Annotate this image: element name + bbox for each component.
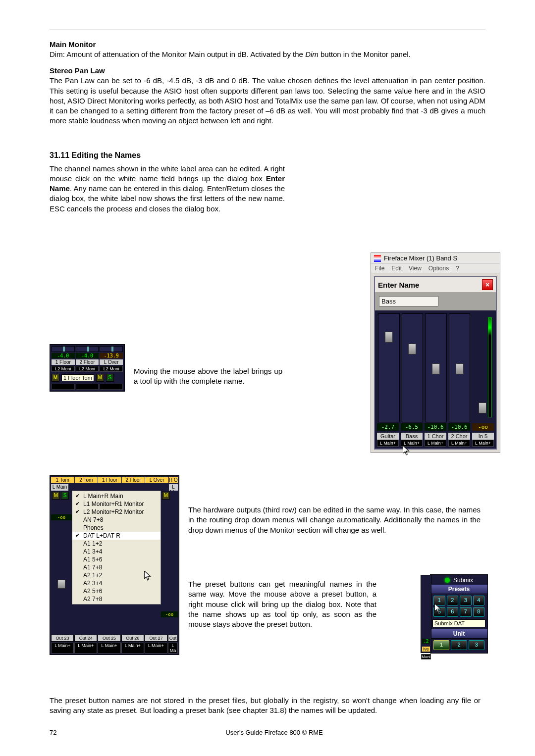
app-icon xyxy=(374,255,381,262)
preset-button-3[interactable]: 3 xyxy=(460,596,472,605)
mixer-channels xyxy=(375,310,496,422)
menu-edit[interactable]: Edit xyxy=(391,265,402,272)
mute-button[interactable]: M xyxy=(162,492,170,500)
channel-name[interactable]: L Over xyxy=(100,359,123,365)
mute-button[interactable]: M xyxy=(96,374,104,382)
name-input[interactable] xyxy=(379,296,438,306)
preset-button-5[interactable]: 5 xyxy=(433,607,445,617)
routing-menu-item[interactable]: L2 Monitor+R2 Monitor xyxy=(72,508,160,516)
mute-button[interactable]: M xyxy=(52,374,59,382)
db-value: -4.0 xyxy=(76,353,99,358)
para-presets: The preset buttons can get meaningful na… xyxy=(188,579,376,629)
preset-button-8[interactable]: 8 xyxy=(473,607,485,617)
channel-strip[interactable] xyxy=(472,313,493,422)
routing-label[interactable]: L Main+ xyxy=(472,440,494,447)
routing-label[interactable]: L Main+ xyxy=(145,643,167,654)
output-label[interactable]: Out 23 xyxy=(51,635,74,642)
channel-name[interactable]: 1 Floor xyxy=(52,359,75,365)
output-label[interactable]: Out xyxy=(168,635,178,642)
output-label[interactable]: Out 25 xyxy=(98,635,120,642)
unit-button-2[interactable]: 2 xyxy=(451,640,467,650)
fader-slot[interactable] xyxy=(76,384,99,390)
routing-menu-item[interactable]: A1 7+8 xyxy=(72,563,160,571)
routing-menu-item[interactable]: A1 3+4 xyxy=(72,548,160,555)
routing-label[interactable]: L2 Moni xyxy=(76,366,99,372)
fader-slot[interactable] xyxy=(52,384,75,390)
routing-label[interactable]: L Main+ xyxy=(448,440,470,447)
routing-menu-item[interactable]: A2 5+6 xyxy=(72,587,160,595)
menu-options[interactable]: Options xyxy=(428,265,449,272)
routing-label[interactable]: L2 Moni xyxy=(52,366,75,372)
fader-handle[interactable] xyxy=(385,332,393,343)
unit-button-1[interactable]: 1 xyxy=(433,640,449,650)
routing-menu-item[interactable]: L Main+R Main xyxy=(72,492,160,500)
routing-label[interactable]: L Ma xyxy=(168,643,178,654)
solo-button[interactable]: S xyxy=(106,374,114,382)
unit-button-3[interactable]: 3 xyxy=(469,640,484,650)
routing-menu-item[interactable]: A2 7+8 xyxy=(72,595,160,603)
routing-menu-item[interactable]: L1 Monitor+R1 Monitor xyxy=(72,500,160,508)
routing-label[interactable]: L2 Moni xyxy=(100,366,123,372)
channel-name[interactable]: 2 Chor xyxy=(448,433,470,440)
channel-label: 2 Floor xyxy=(122,477,145,483)
pan-slider[interactable] xyxy=(100,346,123,352)
channel-name[interactable]: 1 Chor xyxy=(425,433,446,440)
dim-pre: Dim: Amount of attenuation of the Monito… xyxy=(50,50,305,58)
channel-strip[interactable] xyxy=(449,313,471,422)
routing-menu-item[interactable]: A1 5+6 xyxy=(72,555,160,563)
preset-button-4[interactable]: 4 xyxy=(473,596,485,605)
fader-handle[interactable] xyxy=(57,580,65,589)
routing-label[interactable]: L Main+ xyxy=(425,440,446,447)
routing-label[interactable]: Moni xyxy=(421,654,431,659)
routing-label[interactable]: L Main+ xyxy=(401,440,423,447)
output-label[interactable]: Out 24 xyxy=(74,635,97,642)
solo-button[interactable]: S xyxy=(61,492,69,500)
routing-dropdown[interactable]: L Main+R MainL1 Monitor+R1 MonitorL2 Mon… xyxy=(72,491,161,605)
submix-label[interactable]: Submix xyxy=(453,577,473,584)
routing-label[interactable]: L Main+ xyxy=(74,643,97,654)
side-channel: M -oo xyxy=(161,491,178,629)
close-icon[interactable]: × xyxy=(482,279,493,290)
fader-handle[interactable] xyxy=(432,363,440,374)
menu-file[interactable]: File xyxy=(375,265,384,272)
routing-menu-item[interactable]: A1 1+2 xyxy=(72,540,160,548)
unit-heading: Unit xyxy=(430,629,487,639)
menu-view[interactable]: View xyxy=(409,265,422,272)
preset-button-6[interactable]: 6 xyxy=(447,607,459,617)
channel-name[interactable]: Bass xyxy=(401,433,423,440)
footer-text: User's Guide Fireface 800 © RME xyxy=(71,729,478,736)
fader-handle[interactable] xyxy=(408,344,416,354)
routing-label[interactable]: L Main+ xyxy=(121,643,144,654)
channel-strip[interactable] xyxy=(425,313,447,422)
mute-button[interactable]: M xyxy=(52,492,60,500)
db-value: -oo xyxy=(472,423,494,431)
routing-label[interactable]: L Main+ xyxy=(51,643,74,654)
channel-name[interactable]: ive xyxy=(422,647,430,652)
routing-menu-item[interactable]: Phones xyxy=(72,524,160,532)
routing-menu-item[interactable]: AN 7+8 xyxy=(72,516,160,524)
preset-button-1[interactable]: 1 xyxy=(433,596,445,605)
preset-button-7[interactable]: 7 xyxy=(460,607,472,617)
channel-name[interactable]: Guitar xyxy=(377,433,399,440)
fader-handle[interactable] xyxy=(456,363,464,374)
channel-strip[interactable] xyxy=(402,313,424,422)
fader-slot[interactable] xyxy=(100,384,123,390)
para-editing-names: The channel names shown in the white lab… xyxy=(50,164,285,214)
pan-slider[interactable] xyxy=(52,346,75,352)
tooltip-text: Submix DAT xyxy=(432,619,485,627)
tooltip-text: 1 Floor Tom xyxy=(61,374,94,381)
channel-name[interactable]: In 5 xyxy=(472,433,494,440)
output-label[interactable]: Out 27 xyxy=(145,635,167,642)
routing-menu-item[interactable]: A2 1+2 xyxy=(72,571,160,579)
output-label[interactable]: Out 26 xyxy=(121,635,144,642)
routing-menu-item[interactable]: A2 3+4 xyxy=(72,579,160,587)
fader-handle[interactable] xyxy=(479,403,486,413)
routing-label[interactable]: L Main+ xyxy=(377,440,399,447)
menu-help[interactable]: ? xyxy=(456,265,459,272)
pan-slider[interactable] xyxy=(76,346,99,352)
channel-strip[interactable] xyxy=(378,313,400,422)
routing-menu-item[interactable]: DAT L+DAT R xyxy=(72,532,160,540)
routing-label[interactable]: L Main+ xyxy=(98,643,120,654)
channel-name[interactable]: 2 Floor xyxy=(76,359,99,365)
preset-button-2[interactable]: 2 xyxy=(447,596,459,605)
